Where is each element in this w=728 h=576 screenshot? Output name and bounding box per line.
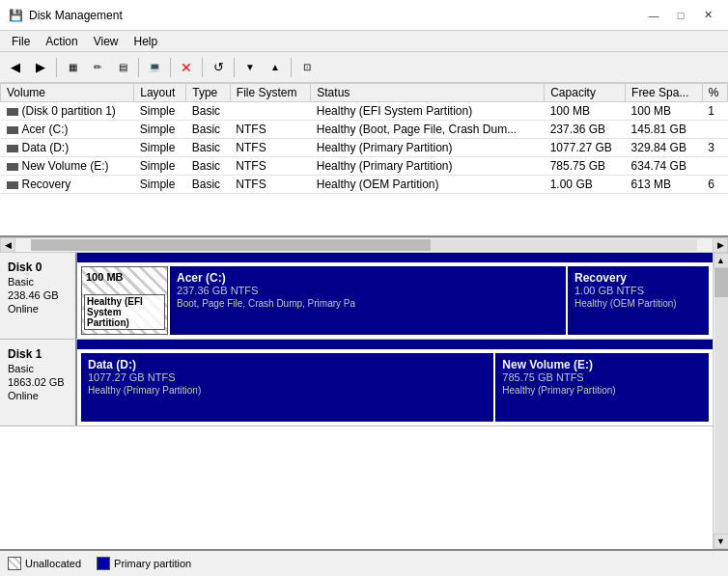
partition-size: 237.36 GB NTFS [177,285,559,296]
hscroll-thumb[interactable] [31,239,431,251]
menu-action[interactable]: Action [38,33,85,50]
cell-capacity: 237.36 GB [545,121,626,139]
cell-filesystem: NTFS [230,121,310,139]
cell-pct [702,121,727,139]
import-button[interactable]: ▼ [238,56,262,79]
disk-size: 238.46 GB [8,289,68,301]
disk-name: Disk 0 [8,261,68,274]
partition[interactable]: New Volume (E:) 785.75 GB NTFS Healthy (… [495,353,709,422]
help-button[interactable]: ⊡ [295,56,319,79]
legend-unallocated-label: Unallocated [25,558,81,569]
cell-layout: Simple [134,176,186,194]
disk-label: Disk 0 Basic 238.46 GB Online [0,253,77,339]
partition[interactable]: Data (D:) 1077.27 GB NTFS Healthy (Prima… [81,353,493,422]
partition[interactable]: Recovery 1.00 GB NTFS Healthy (OEM Parti… [568,266,709,335]
volume-table-container: Volume Layout Type File System Status Ca… [0,83,728,237]
col-status[interactable]: Status [311,84,545,102]
col-free[interactable]: Free Spa... [626,84,703,102]
cell-pct: 6 [702,176,727,194]
col-type[interactable]: Type [186,84,231,102]
disk-status: Online [8,303,68,315]
cell-free: 100 MB [626,102,703,121]
cell-pct: 3 [702,139,727,157]
legend-primary-label: Primary partition [114,558,191,569]
partition-name: Data (D:) [88,358,487,371]
col-volume[interactable]: Volume [1,84,134,102]
menu-help[interactable]: Help [126,33,166,50]
table-row[interactable]: Recovery Simple Basic NTFS Healthy (OEM … [1,176,728,194]
disk-section: Disk 0 Basic 238.46 GB Online 100 MB Hea… [0,253,713,340]
cell-filesystem: NTFS [230,157,310,176]
refresh-button[interactable]: ↺ [207,56,230,79]
toolbar: ◀ ▶ ▦ ✏ ▤ 💻 ✕ ↺ ▼ ▲ ⊡ [0,52,728,83]
table-row[interactable]: (Disk 0 partition 1) Simple Basic Health… [1,102,728,121]
minimize-button[interactable]: — [641,6,666,25]
disk-type: Basic [8,363,68,374]
vscroll-down[interactable]: ▼ [714,534,729,549]
menu-file[interactable]: File [4,33,38,50]
cell-capacity: 785.75 GB [545,157,626,176]
partition-size: 1077.27 GB NTFS [88,371,487,383]
partition[interactable]: 100 MB Healthy (EFI System Partition) [81,266,168,335]
table-row[interactable]: Acer (C:) Simple Basic NTFS Healthy (Boo… [1,121,728,139]
maximize-button[interactable]: □ [668,6,693,25]
vscroll-up[interactable]: ▲ [714,253,729,268]
title-bar: 💾 Disk Management — □ ✕ [0,0,728,31]
hscroll-track[interactable] [31,239,697,251]
cell-status: Healthy (OEM Partition) [311,176,545,194]
cell-volume: Recovery [1,176,134,194]
console-button[interactable]: ▦ [61,56,84,79]
cell-type: Basic [186,139,231,157]
cell-type: Basic [186,121,231,139]
cell-capacity: 1077.27 GB [545,139,626,157]
vscroll-thumb[interactable] [714,268,728,297]
vscroll-track[interactable] [714,268,728,534]
cell-capacity: 1.00 GB [545,176,626,194]
back-button[interactable]: ◀ [4,56,27,79]
table-row[interactable]: New Volume (E:) Simple Basic NTFS Health… [1,157,728,176]
cell-status: Healthy (Primary Partition) [311,139,545,157]
cell-volume: (Disk 0 partition 1) [1,102,134,121]
connect-button[interactable]: 💻 [143,56,166,79]
cell-pct [702,157,727,176]
legend-primary: Primary partition [97,557,191,570]
legend-bar: Unallocated Primary partition [0,549,728,576]
export-button[interactable]: ▲ [264,56,287,79]
disk-section: Disk 1 Basic 1863.02 GB Online Data (D:)… [0,340,713,426]
edit-button[interactable]: ✏ [86,56,109,79]
partition-size: 785.75 GB NTFS [502,371,702,383]
partition-efi-label: Healthy (EFI System Partition) [84,294,165,330]
cell-free: 145.81 GB [626,121,703,139]
partition-name: New Volume (E:) [502,358,702,371]
cell-status: Healthy (Primary Partition) [311,157,545,176]
menu-view[interactable]: View [86,33,126,50]
partition-status: Healthy (OEM Partition) [574,298,702,309]
properties-button[interactable]: ▤ [111,56,134,79]
cell-type: Basic [186,157,231,176]
window-controls[interactable]: — □ ✕ [641,6,720,25]
cell-status: Healthy (Boot, Page File, Crash Dum... [311,121,545,139]
hscroll-left[interactable]: ◀ [0,237,15,253]
close-button[interactable]: ✕ [695,6,720,25]
disk-layout-area: Disk 0 Basic 238.46 GB Online 100 MB Hea… [0,253,713,549]
volume-table: Volume Layout Type File System Status Ca… [0,83,728,194]
partition-name: Acer (C:) [177,271,559,285]
table-row[interactable]: Data (D:) Simple Basic NTFS Healthy (Pri… [1,139,728,157]
disk-type: Basic [8,276,68,288]
col-layout[interactable]: Layout [134,84,186,102]
col-capacity[interactable]: Capacity [545,84,626,102]
hscroll-right[interactable]: ▶ [713,237,728,253]
cell-layout: Simple [134,139,186,157]
menu-bar: File Action View Help [0,31,728,52]
partition-size: 100 MB [86,271,163,283]
forward-button[interactable]: ▶ [29,56,52,79]
partition[interactable]: Acer (C:) 237.36 GB NTFS Boot, Page File… [170,266,566,335]
legend-unallocated-box [8,557,21,570]
col-pct[interactable]: % [702,84,727,102]
col-filesystem[interactable]: File System [230,84,310,102]
delete-button[interactable]: ✕ [175,56,198,79]
vertical-scrollbar[interactable]: ▲ ▼ [713,253,728,549]
cell-volume: Data (D:) [1,139,134,157]
horizontal-scrollbar[interactable]: ◀ ▶ [0,237,728,253]
cell-volume: Acer (C:) [1,121,134,139]
